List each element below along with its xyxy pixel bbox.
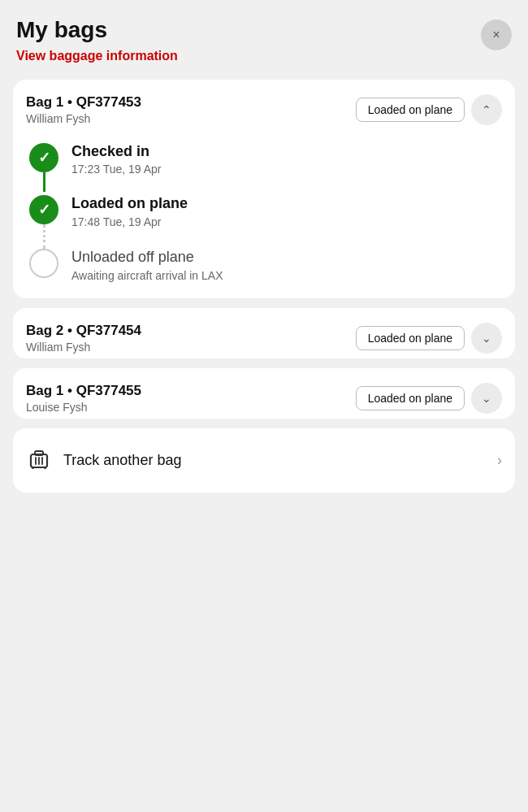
- expand-button-2[interactable]: ⌄: [471, 323, 502, 354]
- chevron-down-icon: ⌄: [482, 332, 491, 345]
- loaded-time: 17:48 Tue, 19 Apr: [71, 215, 188, 228]
- svg-point-6: [44, 467, 46, 469]
- solid-connector-1: [43, 172, 45, 192]
- track-left: Track another bag: [26, 445, 181, 476]
- timeline-item-unloaded: Unloaded off plane Awaiting aircraft arr…: [26, 249, 502, 282]
- bag-owner-3: Louise Fysh: [26, 401, 141, 414]
- checked-in-icon: ✓: [29, 143, 58, 172]
- luggage-icon: [26, 445, 52, 476]
- svg-point-5: [32, 467, 34, 469]
- checked-in-time: 17:23 Tue, 19 Apr: [71, 163, 162, 176]
- view-baggage-link[interactable]: View baggage information: [16, 49, 178, 63]
- header-left: My bags View baggage information: [16, 16, 178, 63]
- bag-header-right-2: Loaded on plane ⌄: [356, 323, 502, 354]
- close-icon: ×: [492, 28, 500, 42]
- checkmark-icon-2: ✓: [38, 201, 50, 219]
- bag-header-2: Bag 2 • QF377454 William Fysh Loaded on …: [13, 308, 515, 358]
- checked-in-content: Checked in 17:23 Tue, 19 Apr: [71, 143, 162, 196]
- unloaded-title: Unloaded off plane: [71, 249, 223, 267]
- svg-rect-1: [35, 451, 43, 455]
- connector-wrapper-3: [26, 249, 62, 278]
- page-container: My bags View baggage information × Bag 1…: [0, 0, 528, 812]
- bag-card-3: Bag 1 • QF377455 Louise Fysh Loaded on p…: [13, 368, 515, 419]
- track-another-card[interactable]: Track another bag ›: [13, 428, 515, 493]
- status-badge-1: Loaded on plane: [356, 98, 465, 122]
- bag-title-2: Bag 2 • QF377454: [26, 323, 141, 339]
- bag-card-2: Bag 2 • QF377454 William Fysh Loaded on …: [13, 308, 515, 358]
- unloaded-icon: [29, 249, 58, 278]
- checked-in-title: Checked in: [71, 143, 162, 161]
- dashed-connector-1: [43, 224, 45, 249]
- chevron-up-icon: ⌃: [482, 103, 491, 116]
- bag-header-3: Bag 1 • QF377455 Louise Fysh Loaded on p…: [13, 368, 515, 419]
- status-badge-2: Loaded on plane: [356, 326, 465, 350]
- bag-info-2: Bag 2 • QF377454 William Fysh: [26, 323, 141, 354]
- connector-wrapper-1: ✓: [26, 143, 62, 192]
- bag-info-1: Bag 1 • QF377453 William Fysh: [26, 94, 141, 125]
- bag-title-1: Bag 1 • QF377453: [26, 94, 141, 111]
- close-button[interactable]: ×: [481, 20, 512, 50]
- bag-owner-1: William Fysh: [26, 112, 141, 125]
- loaded-content: Loaded on plane 17:48 Tue, 19 Apr: [71, 195, 188, 248]
- bag-card-1: Bag 1 • QF377453 William Fysh Loaded on …: [13, 80, 515, 298]
- bag-header-right-1: Loaded on plane ⌃: [356, 94, 502, 125]
- status-badge-3: Loaded on plane: [356, 386, 465, 410]
- timeline-item-loaded: ✓ Loaded on plane 17:48 Tue, 19 Apr: [26, 195, 502, 249]
- connector-wrapper-2: ✓: [26, 195, 62, 249]
- expand-button-1[interactable]: ⌃: [471, 94, 502, 125]
- timeline-item-checked-in: ✓ Checked in 17:23 Tue, 19 Apr: [26, 143, 502, 196]
- page-title: My bags: [16, 16, 178, 44]
- bag-owner-2: William Fysh: [26, 341, 141, 354]
- bag-info-3: Bag 1 • QF377455 Louise Fysh: [26, 383, 141, 414]
- loaded-title: Loaded on plane: [71, 195, 188, 213]
- track-another-label: Track another bag: [63, 452, 181, 469]
- bag-header-1: Bag 1 • QF377453 William Fysh Loaded on …: [13, 80, 515, 130]
- chevron-right-icon: ›: [497, 452, 502, 469]
- bag-title-3: Bag 1 • QF377455: [26, 383, 141, 399]
- checkmark-icon: ✓: [38, 149, 50, 167]
- unloaded-sub: Awaiting aircraft arrival in LAX: [71, 269, 223, 282]
- unloaded-content: Unloaded off plane Awaiting aircraft arr…: [71, 249, 223, 282]
- bag-header-right-3: Loaded on plane ⌄: [356, 383, 502, 414]
- chevron-down-icon-3: ⌄: [482, 392, 491, 405]
- expand-button-3[interactable]: ⌄: [471, 383, 502, 414]
- header: My bags View baggage information ×: [13, 16, 515, 63]
- loaded-icon: ✓: [29, 195, 58, 224]
- timeline-1: ✓ Checked in 17:23 Tue, 19 Apr ✓: [13, 130, 515, 298]
